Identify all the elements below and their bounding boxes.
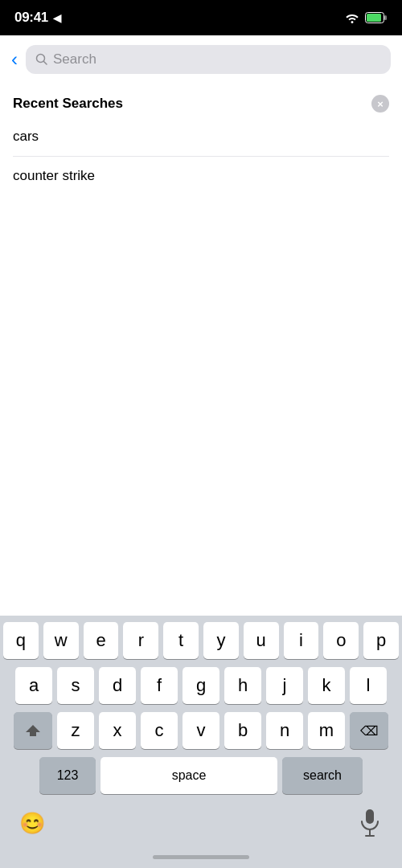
key-j[interactable]: j [266, 667, 303, 704]
recent-searches-header: Recent Searches × [13, 84, 389, 117]
key-c[interactable]: c [141, 712, 178, 749]
recent-search-item-counter-strike[interactable]: counter strike [13, 157, 389, 195]
space-key[interactable]: space [100, 757, 277, 794]
key-i[interactable]: i [284, 622, 319, 659]
numbers-key[interactable]: 123 [39, 757, 96, 794]
key-x[interactable]: x [99, 712, 136, 749]
key-t[interactable]: t [163, 622, 199, 659]
keyboard-row-3: z x c v b n m ⌫ [3, 712, 399, 749]
back-button[interactable]: ‹ [11, 48, 18, 71]
key-w[interactable]: w [43, 622, 79, 659]
search-placeholder: Search [53, 51, 96, 68]
svg-rect-1 [367, 14, 381, 22]
search-icon [35, 53, 48, 66]
home-bar [0, 845, 402, 868]
key-h[interactable]: h [224, 667, 261, 704]
search-key[interactable]: search [282, 757, 363, 794]
wifi-icon [344, 12, 360, 23]
search-bar-area: ‹ Search [0, 35, 402, 84]
key-f[interactable]: f [141, 667, 178, 704]
key-u[interactable]: u [244, 622, 279, 659]
key-n[interactable]: n [266, 712, 303, 749]
svg-rect-2 [384, 15, 387, 20]
clear-recent-button[interactable]: × [371, 95, 389, 113]
svg-line-4 [44, 62, 47, 65]
key-p[interactable]: p [363, 622, 399, 659]
key-e[interactable]: e [84, 622, 119, 659]
location-icon: ◀ [53, 12, 61, 24]
keyboard-row-1: q w e r t y u i o p [3, 622, 399, 659]
status-time: 09:41 ◀ [14, 10, 61, 26]
keyboard-bottom-row: 123 space search [3, 757, 399, 794]
status-bar: 09:41 ◀ [0, 0, 402, 35]
search-input-wrap[interactable]: Search [26, 45, 391, 74]
keyboard-extras: 😊 [3, 799, 399, 842]
key-s[interactable]: s [57, 667, 94, 704]
key-k[interactable]: k [308, 667, 345, 704]
emoji-key[interactable]: 😊 [14, 805, 50, 841]
key-o[interactable]: o [323, 622, 359, 659]
key-r[interactable]: r [123, 622, 158, 659]
status-icons [344, 12, 388, 23]
key-y[interactable]: y [203, 622, 239, 659]
shift-key[interactable] [14, 712, 52, 749]
key-v[interactable]: v [183, 712, 219, 749]
key-a[interactable]: a [15, 667, 52, 704]
key-b[interactable]: b [224, 712, 261, 749]
svg-rect-5 [366, 809, 374, 824]
delete-key[interactable]: ⌫ [350, 712, 388, 749]
key-z[interactable]: z [57, 712, 94, 749]
content-area: Recent Searches × cars counter strike [0, 84, 402, 616]
recent-searches-title: Recent Searches [13, 96, 123, 112]
mic-icon [359, 809, 381, 837]
keyboard: q w e r t y u i o p a s d f g h j k l z … [0, 616, 402, 845]
shift-icon [24, 724, 42, 737]
mic-key[interactable] [352, 805, 388, 841]
key-q[interactable]: q [3, 622, 39, 659]
key-l[interactable]: l [350, 667, 387, 704]
key-d[interactable]: d [99, 667, 136, 704]
home-bar-line [153, 855, 249, 859]
battery-icon [365, 12, 388, 23]
key-g[interactable]: g [183, 667, 219, 704]
keyboard-row-2: a s d f g h j k l [3, 667, 399, 704]
key-m[interactable]: m [308, 712, 345, 749]
recent-search-item-cars[interactable]: cars [13, 117, 389, 157]
